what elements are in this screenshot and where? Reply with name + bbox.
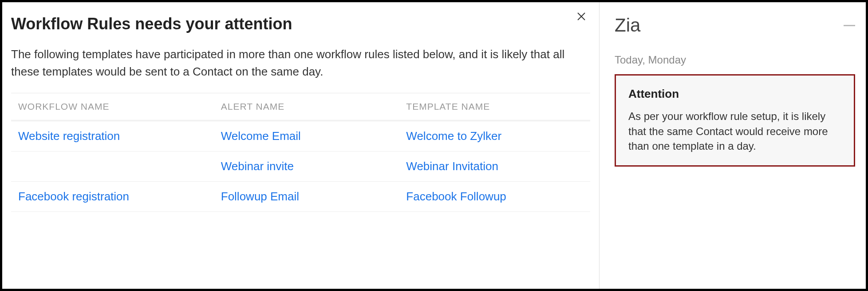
- template-link[interactable]: Welcome to Zylker: [406, 129, 501, 143]
- template-link[interactable]: Webinar Invitation: [406, 159, 498, 173]
- table-row: Facebook registration Followup Email Fac…: [11, 182, 590, 212]
- table-row: Website registration Welcome Email Welco…: [11, 121, 590, 151]
- table-row: Webinar invite Webinar Invitation: [11, 151, 590, 182]
- workflow-link[interactable]: Facebook registration: [18, 190, 129, 203]
- page-description: The following templates have participate…: [11, 46, 590, 80]
- column-header-template: TEMPLATE NAME: [399, 93, 590, 121]
- close-icon: [576, 11, 587, 24]
- page-title: Workflow Rules needs your attention: [11, 15, 590, 33]
- side-title: Zia: [615, 15, 640, 36]
- side-header: Zia: [615, 15, 855, 36]
- side-date: Today, Monday: [615, 54, 855, 66]
- attention-card[interactable]: Attention As per your workflow rule setu…: [615, 74, 855, 167]
- main-panel: Workflow Rules needs your attention The …: [2, 2, 600, 289]
- workflow-table: WORKFLOW NAME ALERT NAME TEMPLATE NAME W…: [11, 93, 590, 212]
- column-header-alert: ALERT NAME: [214, 93, 399, 121]
- attention-card-body: As per your workflow rule setup, it is l…: [628, 109, 841, 154]
- minimize-icon[interactable]: [844, 25, 855, 26]
- column-header-workflow: WORKFLOW NAME: [11, 93, 214, 121]
- alert-link[interactable]: Followup Email: [221, 190, 299, 203]
- attention-card-title: Attention: [628, 87, 841, 101]
- close-button[interactable]: [576, 11, 587, 24]
- alert-link[interactable]: Welcome Email: [221, 129, 301, 143]
- side-panel: Zia Today, Monday Attention As per your …: [600, 2, 866, 289]
- workflow-link[interactable]: Website registration: [18, 129, 120, 143]
- alert-link[interactable]: Webinar invite: [221, 159, 294, 173]
- template-link[interactable]: Facebook Followup: [406, 190, 506, 203]
